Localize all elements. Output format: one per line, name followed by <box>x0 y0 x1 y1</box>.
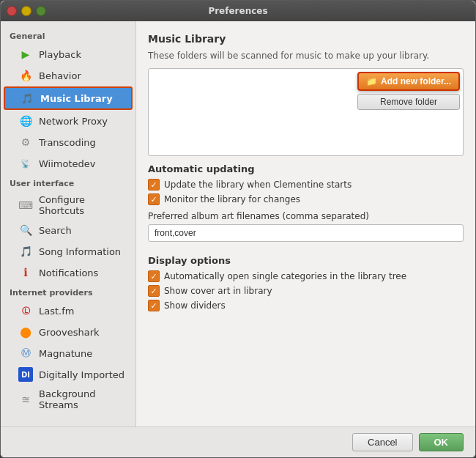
ui-section-label: User interface <box>1 174 135 191</box>
behavior-icon: 🔥 <box>18 68 33 83</box>
sidebar-item-label: Magnatune <box>39 348 92 359</box>
sidebar: General ▶ Playback 🔥 Behavior 🎵 Music Li… <box>1 21 136 426</box>
minimize-button[interactable] <box>21 6 31 16</box>
panel-title: Music Library <box>148 33 464 45</box>
checkbox-icon: ✓ <box>148 193 160 205</box>
window-title: Preferences <box>208 6 267 16</box>
grooveshark-icon: ⬤ <box>18 325 33 339</box>
sidebar-item-label: Background Streams <box>39 388 125 410</box>
sidebar-item-label: Last.fm <box>39 306 74 317</box>
lastfm-icon: Ⓛ <box>18 303 33 318</box>
internet-section-label: Internet providers <box>1 284 135 300</box>
sidebar-item-label: Behavior <box>39 70 81 81</box>
playback-icon: ▶ <box>18 47 33 62</box>
main-content: General ▶ Playback 🔥 Behavior 🎵 Music Li… <box>1 21 475 426</box>
check-update-on-start[interactable]: ✓ Update the library when Clementine sta… <box>148 179 464 191</box>
sidebar-item-label: Wiimotedev <box>39 158 95 169</box>
preferences-window: Preferences General ▶ Playback 🔥 Behavio… <box>0 0 476 458</box>
sidebar-item-song-information[interactable]: 🎵 Song Information <box>4 241 133 262</box>
sidebar-item-digitally-imported[interactable]: DI Digitally Imported <box>4 364 133 385</box>
check-show-dividers[interactable]: ✓ Show dividers <box>148 300 464 311</box>
ok-button[interactable]: OK <box>419 433 464 451</box>
sidebar-item-label: Music Library <box>40 93 113 104</box>
music-library-icon: 🎵 <box>20 91 34 106</box>
network-icon: 🌐 <box>18 114 33 128</box>
background-streams-icon: ≋ <box>18 392 33 407</box>
search-icon: 🔍 <box>18 223 33 237</box>
check-monitor-library[interactable]: ✓ Monitor the library for changes <box>148 193 464 205</box>
sidebar-item-label: Notifications <box>39 267 98 278</box>
check5-label: Show dividers <box>164 300 226 311</box>
sidebar-item-behavior[interactable]: 🔥 Behavior <box>4 65 133 86</box>
main-panel: Music Library These folders will be scan… <box>136 21 475 426</box>
preferred-art-label: Preferred album art filenames (comma sep… <box>148 211 464 221</box>
checkbox-icon: ✓ <box>148 285 160 297</box>
wiimote-icon: 📡 <box>18 156 33 171</box>
sidebar-item-label: Network Proxy <box>39 116 108 127</box>
checkbox-icon: ✓ <box>148 179 160 191</box>
folder-icon: 📁 <box>366 76 377 86</box>
cancel-button[interactable]: Cancel <box>352 433 412 451</box>
checkbox-icon: ✓ <box>148 300 160 311</box>
sidebar-item-label: Grooveshark <box>39 327 100 338</box>
sidebar-item-playback[interactable]: ▶ Playback <box>4 44 133 64</box>
folder-list: 📁 Add new folder... Remove folder <box>148 68 464 156</box>
sidebar-item-music-library[interactable]: 🎵 Music Library <box>4 86 133 110</box>
sidebar-item-notifications[interactable]: ℹ Notifications <box>4 262 133 283</box>
check4-label: Show cover art in library <box>164 286 272 296</box>
remove-folder-button[interactable]: Remove folder <box>357 94 460 110</box>
sidebar-item-network-proxy[interactable]: 🌐 Network Proxy <box>4 111 133 131</box>
check1-label: Update the library when Clementine start… <box>164 180 352 190</box>
titlebar: Preferences <box>1 1 475 21</box>
panel-description: These folders will be scanned for music … <box>148 51 464 61</box>
check-show-cover-art[interactable]: ✓ Show cover art in library <box>148 285 464 297</box>
sidebar-item-grooveshark[interactable]: ⬤ Grooveshark <box>4 322 133 342</box>
check2-label: Monitor the library for changes <box>164 194 300 204</box>
close-button[interactable] <box>7 6 17 16</box>
sidebar-item-label: Search <box>39 225 72 236</box>
di-icon: DI <box>18 367 33 382</box>
footer: Cancel OK <box>1 426 475 457</box>
transcoding-icon: ⚙ <box>18 135 33 149</box>
sidebar-item-label: Transcoding <box>39 137 96 148</box>
sidebar-item-wiimotedev[interactable]: 📡 Wiimotedev <box>4 153 133 174</box>
sidebar-item-label: Song Information <box>39 246 121 257</box>
sidebar-item-label: Digitally Imported <box>39 369 124 380</box>
sidebar-item-transcoding[interactable]: ⚙ Transcoding <box>4 132 133 152</box>
sidebar-item-lastfm[interactable]: Ⓛ Last.fm <box>4 300 133 321</box>
maximize-button[interactable] <box>36 6 46 16</box>
folder-buttons: 📁 Add new folder... Remove folder <box>357 72 460 110</box>
sidebar-item-background-streams[interactable]: ≋ Background Streams <box>4 385 133 413</box>
sidebar-item-search[interactable]: 🔍 Search <box>4 220 133 240</box>
check3-label: Automatically open single categories in … <box>164 271 406 281</box>
general-section-label: General <box>1 27 135 43</box>
sidebar-item-label: Playback <box>39 49 81 60</box>
add-folder-button[interactable]: 📁 Add new folder... <box>357 72 460 91</box>
checkbox-icon: ✓ <box>148 270 160 282</box>
notifications-icon: ℹ <box>18 265 33 280</box>
preferred-art-input[interactable] <box>148 224 464 242</box>
check-auto-open-categories[interactable]: ✓ Automatically open single categories i… <box>148 270 464 282</box>
sidebar-item-shortcuts[interactable]: ⌨ Configure Shortcuts <box>4 191 133 219</box>
sidebar-item-magnatune[interactable]: Ⓜ Magnatune <box>4 343 133 363</box>
song-info-icon: 🎵 <box>18 244 33 259</box>
display-options-header: Display options <box>148 255 464 266</box>
magnatune-icon: Ⓜ <box>18 346 33 361</box>
sidebar-item-label: Configure Shortcuts <box>39 194 125 216</box>
shortcuts-icon: ⌨ <box>18 198 33 213</box>
auto-update-header: Automatic updating <box>148 163 464 174</box>
